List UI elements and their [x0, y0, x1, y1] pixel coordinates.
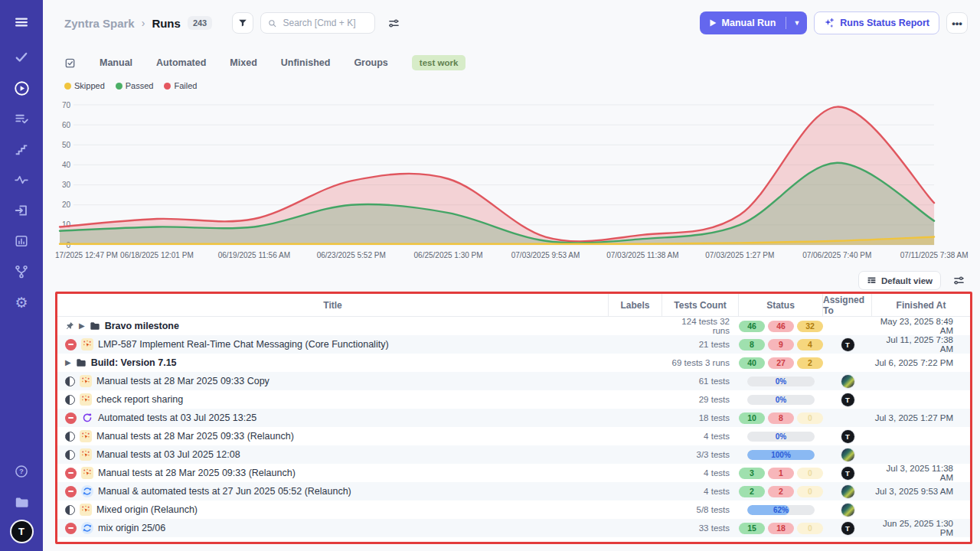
tab-groups[interactable]: Groups	[354, 57, 387, 68]
column-header-assigned-to[interactable]: Assigned To	[823, 294, 872, 316]
expand-caret-icon[interactable]: ▶	[65, 359, 71, 367]
table-row[interactable]: Manual tests at 28 Mar 2025 09:33 (Relau…	[57, 464, 970, 482]
skipped-badge: 0	[797, 412, 823, 424]
run-title-cell[interactable]: Manual & automated tests at 27 Jun 2025 …	[57, 485, 609, 497]
column-header-status[interactable]: Status	[739, 294, 823, 316]
sidebar-item-settings[interactable]: ⚙	[9, 291, 34, 314]
manual-run-button[interactable]: Manual Run ▼	[700, 11, 808, 34]
table-row[interactable]: mix origin 25/0633 tests15180TJun 25, 20…	[57, 519, 970, 537]
assignee-avatar[interactable]: T	[841, 467, 854, 480]
filter-button[interactable]	[232, 12, 253, 34]
svg-text:07/06/2025 7:40 PM: 07/06/2025 7:40 PM	[802, 251, 871, 259]
progress-bar: 0%	[747, 395, 815, 405]
svg-text:20: 20	[62, 201, 71, 209]
run-title[interactable]: LMP-587 Implement Real-Time Chat Messagi…	[98, 339, 389, 350]
sidebar-item-runs[interactable]	[9, 77, 34, 99]
assignee-avatar[interactable]: T	[841, 338, 854, 351]
default-view-button[interactable]: Default view	[858, 271, 941, 290]
run-title[interactable]: Mixed origin (Relaunch)	[96, 504, 198, 515]
sidebar-item-requirements[interactable]	[9, 199, 34, 222]
passed-badge: 2	[739, 486, 765, 497]
svg-text:06/25/2025 1:30 PM: 06/25/2025 1:30 PM	[414, 251, 483, 259]
sidebar-item-reports[interactable]	[9, 230, 34, 253]
run-title-cell[interactable]: Manual tests at 28 Mar 2025 09:33 (Relau…	[57, 430, 609, 442]
user-avatar[interactable]: T	[11, 521, 32, 542]
run-title[interactable]: Manual & automated tests at 27 Jun 2025 …	[98, 486, 351, 497]
finished-at-cell: May 23, 2025 8:49 AM	[872, 317, 970, 335]
run-title-cell[interactable]: mix origin 25/06	[57, 522, 609, 534]
tab-unfinished[interactable]: Unfinished	[281, 57, 331, 68]
run-title-cell[interactable]: Manual tests at 03 Jul 2025 12:08	[57, 448, 609, 461]
assignee-avatar[interactable]	[841, 485, 854, 498]
run-title[interactable]: Manual tests at 03 Jul 2025 12:08	[96, 449, 240, 460]
main-content: Zyntra Spark › Runs 243 Manual Run ▼	[43, 0, 980, 551]
more-actions-button[interactable]: •••	[946, 12, 968, 34]
skipped-badge: 0	[797, 486, 823, 497]
assignee-avatar[interactable]: T	[841, 430, 854, 443]
sidebar-item-projects[interactable]	[9, 491, 34, 514]
sidebar-item-integrations[interactable]	[9, 260, 34, 283]
sidebar-item-milestones[interactable]	[9, 138, 34, 161]
tab-manual[interactable]: Manual	[100, 57, 132, 68]
sidebar-item-defects[interactable]	[9, 168, 34, 191]
table-row[interactable]: Manual tests at 03 Jul 2025 12:083/3 tes…	[57, 445, 970, 464]
tag-test-work[interactable]: test work	[412, 55, 466, 70]
column-header-finished-at[interactable]: Finished At	[872, 294, 970, 316]
table-row[interactable]: LMP-587 Implement Real-Time Chat Messagi…	[57, 335, 970, 354]
run-title[interactable]: Automated tests at 03 Jul 2025 13:25	[98, 412, 256, 423]
column-header-title[interactable]: Title	[57, 294, 609, 316]
passed-badge: 3	[739, 468, 765, 479]
column-header-labels[interactable]: Labels	[609, 294, 662, 316]
run-title[interactable]: Manual tests at 28 Mar 2025 09:33 Copy	[96, 376, 270, 386]
table-row[interactable]: Manual tests at 28 Mar 2025 09:33 (Relau…	[57, 427, 970, 445]
search-box[interactable]	[260, 12, 375, 34]
run-title[interactable]: Bravo milestone	[105, 321, 179, 331]
table-settings-button[interactable]	[949, 272, 968, 290]
status-cell: 40272	[739, 357, 823, 369]
run-title-cell[interactable]: Mixed origin (Relaunch)	[57, 504, 609, 516]
manual-run-dropdown[interactable]: ▼	[786, 11, 807, 34]
run-title[interactable]: Build: Version 7.15	[91, 357, 177, 368]
assignee-avatar[interactable]	[841, 504, 854, 517]
assignee-avatar[interactable]	[841, 375, 854, 388]
sidebar-item-test-cases[interactable]	[9, 46, 34, 69]
legend-failed[interactable]: Failed	[164, 81, 197, 90]
assignee-avatar[interactable]: T	[841, 522, 854, 535]
expand-caret-icon[interactable]: ▶	[79, 322, 85, 330]
run-title[interactable]: check report sharing	[96, 394, 183, 405]
runs-status-report-button[interactable]: Runs Status Report	[814, 11, 939, 34]
run-title[interactable]: Manual tests at 28 Mar 2025 09:33 (Relau…	[96, 431, 294, 442]
sidebar-item-test-plans[interactable]	[9, 107, 34, 130]
search-input[interactable]	[281, 17, 368, 29]
table-row[interactable]: Manual tests at 28 Mar 2025 09:33 Copy61…	[57, 372, 970, 390]
table-row[interactable]: check report sharing29 tests0%T	[57, 390, 970, 409]
run-title-cell[interactable]: Automated tests at 03 Jul 2025 13:25	[57, 412, 609, 424]
tab-automated[interactable]: Automated	[156, 57, 206, 68]
run-title-cell[interactable]: ▶Bravo milestone	[57, 321, 609, 331]
run-title-cell[interactable]: check report sharing	[57, 393, 609, 406]
run-title-cell[interactable]: LMP-587 Implement Real-Time Chat Messagi…	[57, 338, 609, 350]
table-row[interactable]: Manual & automated tests at 27 Jun 2025 …	[57, 482, 970, 500]
run-title[interactable]: Manual tests at 28 Mar 2025 09:33 (Relau…	[98, 468, 296, 478]
run-title-cell[interactable]: ▶Build: Version 7.15	[57, 357, 609, 368]
search-filters-button[interactable]	[384, 14, 403, 32]
table-row[interactable]: ▶Bravo milestone124 tests 32 runs464632M…	[57, 317, 970, 335]
column-header-tests-count[interactable]: Tests Count	[662, 294, 739, 316]
run-title[interactable]: mix origin 25/06	[98, 523, 165, 533]
tab-mixed[interactable]: Mixed	[230, 57, 256, 68]
table-row[interactable]: Automated tests at 03 Jul 2025 13:2518 t…	[57, 409, 970, 427]
menu-icon[interactable]	[9, 11, 34, 34]
table-row[interactable]: Mixed origin (Relaunch)5/8 tests62%	[57, 500, 970, 519]
breadcrumb-project[interactable]: Zyntra Spark	[64, 17, 135, 30]
table-row[interactable]: ▶Build: Version 7.1569 tests 3 runs40272…	[57, 354, 970, 372]
tests-count-cell: 4 tests	[662, 432, 739, 441]
run-title-cell[interactable]: Manual tests at 28 Mar 2025 09:33 (Relau…	[57, 467, 609, 479]
legend-skipped[interactable]: Skipped	[64, 81, 105, 90]
run-title-cell[interactable]: Manual tests at 28 Mar 2025 09:33 Copy	[57, 375, 609, 387]
assignee-avatar[interactable]	[841, 448, 854, 461]
legend-passed[interactable]: Passed	[116, 81, 154, 90]
sidebar-item-help[interactable]: ?	[9, 460, 34, 483]
status-cell: 310	[739, 468, 823, 479]
select-runs-button[interactable]	[64, 57, 76, 69]
assignee-avatar[interactable]: T	[841, 393, 854, 406]
